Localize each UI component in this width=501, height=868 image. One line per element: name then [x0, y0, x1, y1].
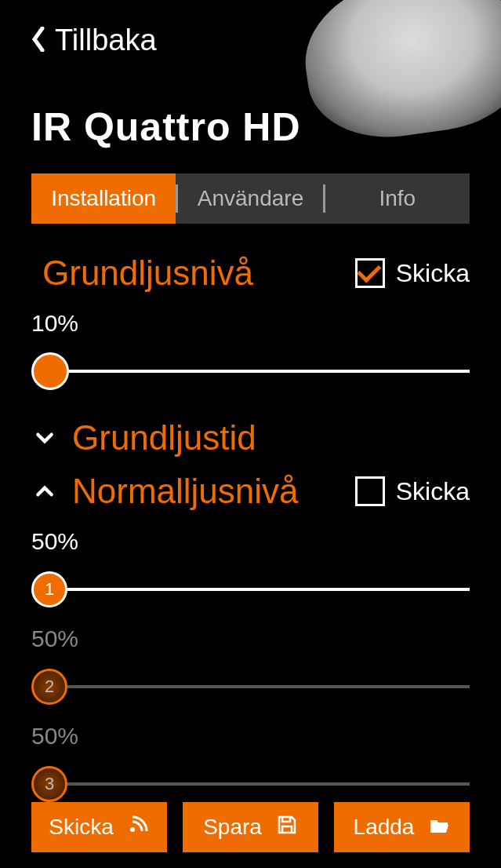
thumb-label: 3: [45, 774, 54, 794]
slider-thumb[interactable]: 1: [31, 571, 67, 607]
send-toggle-basic[interactable]: Skicka: [355, 258, 470, 288]
slider-value: 50%: [31, 625, 470, 652]
save-icon: [276, 814, 298, 841]
track-line: [50, 370, 470, 373]
slider-thumb[interactable]: [31, 352, 69, 390]
button-label: Ladda: [354, 815, 415, 840]
save-button[interactable]: Spara: [183, 802, 318, 852]
section-title: Grundljustid: [72, 418, 256, 458]
send-label: Skicka: [396, 477, 470, 506]
slider-thumb[interactable]: 2: [31, 669, 67, 705]
section-title: Grundljusnivå: [31, 253, 253, 293]
slider-value: 10%: [31, 310, 470, 337]
button-label: Skicka: [49, 815, 113, 840]
slider-normal-3: 50% 3: [31, 723, 470, 803]
slider-value: 50%: [31, 723, 470, 749]
broadcast-icon: [128, 814, 150, 841]
section-header-normal-light-level[interactable]: Normalljusnivå Skicka: [31, 472, 470, 511]
load-button[interactable]: Ladda: [334, 802, 470, 852]
slider-thumb[interactable]: 3: [31, 766, 67, 802]
slider-basic-light-level: 10%: [31, 310, 470, 390]
checkbox-icon[interactable]: [355, 258, 385, 288]
slider-normal-2: 50% 2: [31, 625, 470, 706]
slider-track[interactable]: 1: [31, 571, 470, 608]
section-header-basic-light-level: Grundljusnivå Skicka: [31, 253, 470, 293]
section-title: Normalljusnivå: [72, 472, 299, 511]
section-header-basic-light-time[interactable]: Grundljustid: [31, 418, 470, 458]
send-toggle-normal[interactable]: Skicka: [355, 476, 470, 506]
slider-normal-1: 50% 1: [31, 528, 470, 608]
slider-track[interactable]: 2: [31, 668, 470, 706]
send-button[interactable]: Skicka: [31, 802, 167, 852]
checkbox-icon[interactable]: [355, 476, 385, 506]
tab-installation[interactable]: Installation: [31, 173, 176, 224]
button-label: Spara: [203, 815, 262, 840]
thumb-label: 1: [45, 579, 54, 600]
folder-open-icon: [428, 814, 450, 841]
track-line: [50, 588, 470, 591]
send-label: Skicka: [396, 259, 470, 288]
track-line: [50, 685, 470, 688]
slider-value: 50%: [31, 528, 470, 555]
tab-user[interactable]: Användare: [178, 173, 322, 224]
svg-point-0: [130, 827, 135, 832]
thumb-label: 2: [45, 677, 54, 697]
slider-track[interactable]: 3: [31, 765, 470, 803]
tab-info[interactable]: Info: [325, 173, 470, 224]
chevron-down-icon: [31, 425, 58, 451]
chevron-left-icon: [31, 27, 47, 55]
slider-track[interactable]: [31, 352, 470, 390]
chevron-up-icon: [31, 478, 58, 505]
tabs: Installation Användare Info: [31, 173, 470, 224]
bottom-bar: Skicka Spara Ladda: [31, 802, 470, 852]
track-line: [50, 782, 470, 786]
back-label: Tillbaka: [55, 24, 157, 57]
